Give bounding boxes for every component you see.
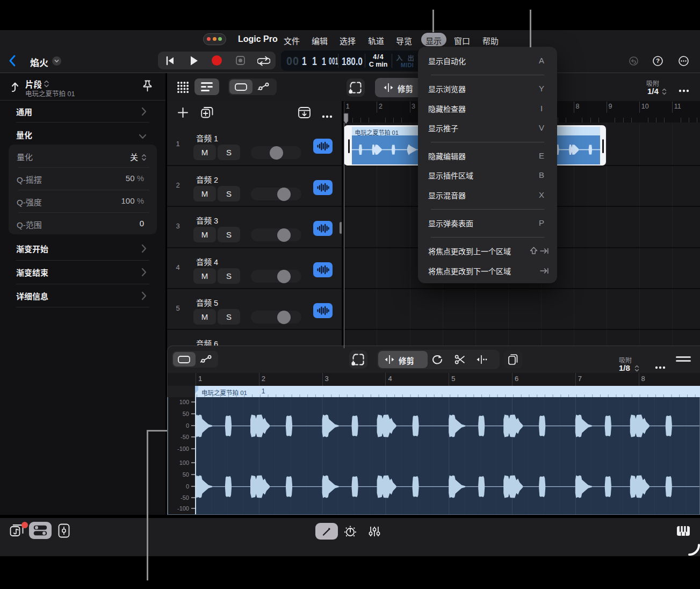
svg-text:?: ? (656, 58, 660, 64)
